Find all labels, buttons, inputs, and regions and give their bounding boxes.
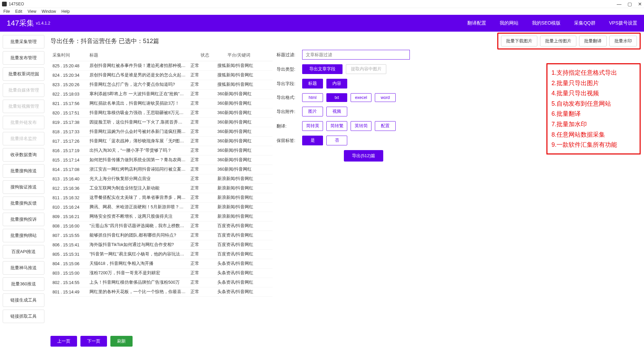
action-button[interactable]: 批量上传图片 [540,36,576,46]
option-button[interactable]: 视频 [326,107,347,116]
prev-page-button[interactable]: 上一页 [50,336,77,347]
sidebar-item[interactable]: 批量搜狗绑站 [3,229,44,242]
table-row[interactable]: 805 . 15:15:31"抖音第一网红"易主疯狂小杨哥，他的内容玩法有哪些值… [50,250,273,259]
table-row[interactable]: 820 . 15:17:51抖音网红靠模仿吸金力强劲，王思聪砸被8万元打信"小林… [50,108,273,118]
sidebar-item[interactable]: 批量外链发布 [3,116,44,129]
menu-view[interactable]: View [26,8,38,14]
sidebar-item[interactable]: 批量搜狗反馈 [3,197,44,210]
cell-status: 正常 [188,240,215,250]
option-button[interactable]: html [302,93,323,102]
menu-window[interactable]: Window [40,8,58,14]
option-button[interactable]: 提取内容中图片 [346,64,386,74]
cell-title: 因提脸王听，这位抖音网红一下火了,靠摇首弄姿的镜头圈粉几十万 [87,118,188,127]
refresh-button[interactable]: 刷新 [110,336,133,347]
cell-status: 正常 [188,90,215,99]
sidebar-item[interactable]: 批量360推送 [3,277,44,291]
option-button[interactable]: word [375,93,396,102]
action-button[interactable]: 批量下载图片 [501,36,537,46]
nav-item[interactable]: 翻译配置 [467,20,486,26]
minimize-icon[interactable]: — [617,1,621,7]
action-button[interactable]: 批量水印 [609,36,637,46]
main-content: 导出任务：抖音运营任务 已选中：512篇 批量下载图片批量上传图片批量翻译批量水… [47,32,644,352]
sidebar-item[interactable]: 批量神马推送 [3,261,44,275]
export-button[interactable]: 导出(512)篇 [344,150,383,162]
nav-item[interactable]: 我的网站 [500,20,518,26]
sidebar-item[interactable]: 链接生成工具 [3,293,44,307]
next-page-button[interactable]: 下一页 [80,336,107,347]
sidebar-item[interactable]: 批量发布管理 [3,51,44,65]
sidebar-item[interactable]: 百度API推送 [3,245,44,258]
table-row[interactable]: 823 . 15:20:26抖音网红怎么打广告，这六个要点你知道吗?正常搜狐新闻… [50,80,273,90]
sidebar-item[interactable]: 搜狗验证推送 [3,180,44,194]
option-button[interactable]: 否 [326,136,347,145]
table-row[interactable]: 807 . 15:15:55能够抓住抖音红利的团队,都有哪些共同特点?正常百度资… [50,231,273,240]
cell-title: 这早餐搭配实在太美味了，简单省事营养多，网友：真正的好早餐 [87,193,188,203]
sidebar-item[interactable]: 批量权重词挖掘 [3,67,44,81]
col-title[interactable]: 标题 [87,50,199,61]
cell-title: 出抖入淘30天，"一腰小茅子"带货够了吗？ [87,146,188,155]
col-time[interactable]: 采集时间 [50,50,87,61]
table-row[interactable]: 824 . 15:20:34原创抖音网红凸爷是谁是男的还是女的怎么火起来的正常搜… [50,71,273,80]
option-button[interactable]: 图片 [302,107,323,116]
action-button[interactable]: 批量翻译 [579,36,607,46]
menu-edit[interactable]: Edit [13,8,24,14]
cell-time: 823 . 15:20:26 [50,80,87,90]
sidebar-item[interactable]: 批量搜狗投诉 [3,213,44,226]
nav-item[interactable]: 采集QQ群 [574,20,596,26]
sidebar-item[interactable]: 收录数据查询 [3,148,44,162]
cell-platform: 新浪新闻/抖音网红 [215,203,273,212]
option-button[interactable]: 是 [302,136,323,145]
table-row[interactable]: 812 . 15:16:36工业互联网为制造业转型注入新动能正常新浪新闻/抖音网… [50,184,273,193]
table-row[interactable]: 821 . 15:17:56网红捐款名单流出，抖音网红谢钦昊捐款3万！正常360… [50,99,273,108]
table-row[interactable]: 819 . 15:17:38因提脸王听，这位抖音网红一下火了,靠摇首弄姿的镜头圈… [50,118,273,127]
table-row[interactable]: 803 . 15:15:00涨粉7200万，抖音一哥竟不是刘耕宏正常头条资讯/抖… [50,269,273,278]
table-row[interactable]: 801 . 15:14:49网红里的各种天花板，一个比一个惊艳，你最喜欢哪一个？… [50,287,273,297]
table-row[interactable]: 818 . 15:17:33抖音网红温婉为什么会封号被封杀新门道疯狂圈钱引热议正… [50,127,273,137]
close-icon[interactable]: ✕ [638,1,642,7]
option-button[interactable]: 标题 [302,79,323,89]
nav-item[interactable]: VPS拨号设置 [609,20,637,26]
table-row[interactable]: 813 . 15:16:40光大上海分行恢复部分网点营业正常新浪新闻/抖音网红 [50,174,273,184]
sidebar-item[interactable]: 批量排名监控 [3,132,44,145]
table-row[interactable]: 811 . 15:16:32这早餐搭配实在太美味了，简单省事营养多，网友：真正的… [50,193,273,203]
table-row[interactable]: 822 . 15:18:03寒利添超S即将上市 一大波抖音网红正在"抢购"路上!… [50,90,273,99]
menu-help[interactable]: Help [60,8,72,14]
cell-status: 正常 [188,165,215,174]
option-button[interactable]: 导出文章字段 [302,64,343,74]
sidebar-item[interactable]: 批量短视频管理 [3,100,44,113]
title-filter-input[interactable] [302,50,410,60]
nav-item[interactable]: 我的SEO模版 [532,20,561,26]
sidebar-item[interactable]: 链接抓取工具 [3,310,44,323]
option-button[interactable]: 英转简 [351,121,371,131]
option-button[interactable]: execel [351,93,371,102]
option-button[interactable]: 配置 [375,121,396,131]
table-row[interactable]: 815 . 15:17:14如何把抖音传播力做到系统全国第一？青岛农商行将答案告… [50,155,273,165]
table-panel: 采集时间 标题 状态 平台/关键词 825 . 15:20:48原创抖音网红被杀… [50,50,273,349]
table-row[interactable]: 814 . 15:17:08浙江安吉一网红烤鸭店利用抖音诬陷同行被立案调查正常3… [50,165,273,174]
col-platform[interactable]: 平台/关键词 [225,50,273,61]
table-row[interactable]: 816 . 15:17:19出抖入淘30天，"一腰小茅子"带货够了吗？正常360… [50,146,273,155]
table-row[interactable]: 809 . 15:16:21网络安全投资不断增长，这两只股值得关注正常新浪新闻/… [50,212,273,221]
feature-line: 5.自动发布到任意网站 [551,99,636,109]
sidebar-item[interactable]: 批量搜狗推送 [3,164,44,178]
table-row[interactable]: 802 . 15:14:55上头！抖音网红模仿奢侈品牌拍广告涨粉500万正常头条… [50,278,273,287]
translate-label: 翻译: [277,123,297,129]
table-row[interactable]: 817 . 15:17:26抖音网红「蓝衣战神」薄纱晓现身车展「无P图流出」惹火… [50,137,273,146]
option-button[interactable]: 简转英 [302,121,323,131]
table-row[interactable]: 825 . 15:20:48原创抖音网红被杀事件升级！遭迫死者拍那种视频，网友：… [50,61,273,71]
option-button[interactable]: 简转繁 [326,121,347,131]
table-row[interactable]: 808 . 15:16:00"云逛山东"四月抖音话题评选揭晓，我市上榜数量全省第… [50,221,273,231]
table-row[interactable]: 806 . 15:15:41海外版抖音TikTok如何通过与网红合作变相?正常百… [50,240,273,250]
version-label: v1.4.1.2 [36,21,50,26]
maximize-icon[interactable]: ▢ [628,1,632,7]
table-row[interactable]: 810 . 15:16:24腾讯、网易、米哈游正面硬刚！5月新游井喷？两款吃鸡手… [50,203,273,212]
option-button[interactable]: txt [326,93,347,102]
sidebar-item[interactable]: 批量自媒体管理 [3,83,44,97]
table-row[interactable]: 804 . 15:15:06天猫618，抖音网红争相入淘开播正常头条资讯/抖音网… [50,259,273,269]
menu-file[interactable]: File [1,8,12,14]
cell-status: 正常 [188,231,215,240]
cell-status: 正常 [188,137,215,146]
option-button[interactable]: 内容 [326,79,347,89]
col-status[interactable]: 状态 [199,50,225,61]
sidebar-item[interactable]: 批量采集管理 [3,35,44,48]
